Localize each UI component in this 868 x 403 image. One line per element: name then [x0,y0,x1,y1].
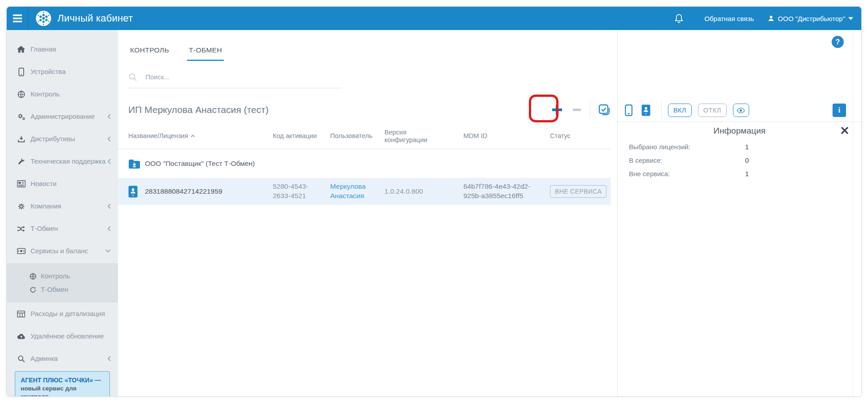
app-logo-icon [35,10,52,26]
view-button[interactable] [733,104,749,117]
info-stats: Выбрано лицензий: 1 В сервисе: 0 Вне сер… [629,143,848,183]
column-header-version[interactable]: Версия конфигурации [384,129,463,144]
help-button[interactable]: ? [832,36,844,48]
disable-button[interactable]: ОТКЛ [698,104,727,117]
sidebar-item-distributives[interactable]: Дистрибутивы [7,128,118,150]
column-header-status[interactable]: Статус [550,132,611,140]
chevron-left-icon [107,136,111,142]
sidebar-item-label: Компания [31,202,107,210]
globe-icon [17,91,26,98]
download-icon [17,135,26,143]
sidebar-item-admin[interactable]: Админка [7,347,118,370]
stat-value: 1 [745,143,749,151]
stat-label: Выбрано лицензий: [629,143,745,151]
app-title: Личный кабинет [57,13,133,24]
sidebar-item-label: Расходы и детализация [31,310,113,318]
divider [590,101,590,118]
sidebar-item-home[interactable]: Главная [7,38,118,61]
column-header-user[interactable]: Пользователь [330,132,384,140]
newspaper-icon [17,180,26,187]
column-header-label: Код активации [273,132,317,140]
column-header-mdm[interactable]: MDM ID [463,132,550,140]
chevron-left-icon [107,226,111,231]
sort-asc-icon [191,134,195,138]
sidebar-item-remote-update[interactable]: Удалённое обновление [7,325,118,347]
sidebar-item-label: Контроль [31,90,113,98]
sidebar-item-t-exchange[interactable]: Т-Обмен [7,217,118,240]
device-user-button[interactable] [641,104,650,116]
sidebar-item-label: Сервисы и баланс [31,247,105,255]
sidebar-item-news[interactable]: Новости [7,173,118,195]
column-header-activation[interactable]: Код активации [273,132,330,140]
search-icon [17,355,26,363]
column-header-name[interactable]: Название/Лицензия [128,132,273,140]
sidebar-item-expenses[interactable]: Расходы и детализация [7,303,118,325]
account-menu[interactable]: ООО "Дистрибьютор" [768,15,853,22]
header-right: Обратная связь ООО "Дистрибьютор" [674,13,861,24]
user-link[interactable]: Меркулова Анастасия [330,182,366,199]
tab-bar: КОНТРОЛЬ Т-ОБМЕН [128,46,224,61]
money-icon [17,248,26,254]
license-number: 28318880842714221959 [145,187,222,195]
sidebar-item-control[interactable]: Контроль [7,83,118,105]
stat-value: 0 [745,156,749,164]
column-header-label: Версия конфигурации [384,129,438,144]
sidebar-item-label: Устройства [31,68,113,76]
sidebar-subitem-label: Т-Обмен [41,286,113,294]
column-header-label: MDM ID [463,132,487,140]
sidebar-subitem-t-exchange[interactable]: Т-Обмен [7,283,118,296]
license-table: Название/Лицензия Код активации Пользова… [118,123,611,205]
select-all-button[interactable] [598,104,611,116]
scrollbar[interactable] [853,30,853,397]
sidebar-submenu: Контроль Т-Обмен [7,263,118,303]
notifications-button[interactable] [674,13,684,24]
table-row-license[interactable]: 28318880842714221959 5280-4543-2633-4521… [118,178,611,205]
stat-label: Вне сервиса: [629,170,745,178]
remove-license-button[interactable] [571,104,582,115]
status-badge: ВНЕ СЕРВИСА [550,185,606,198]
promo-banner-subtitle: новый сервис для контроля [21,385,104,397]
toolbar-actions [550,101,611,118]
sidebar-item-services-balance[interactable]: Сервисы и баланс [7,240,118,262]
hamburger-icon [13,14,22,22]
sidebar-item-label: Новости [31,180,113,188]
chevron-left-icon [107,204,111,209]
column-header-label: Пользователь [330,132,372,140]
phone-icon [625,104,632,116]
sidebar: Главная Устройства Контроль Администриро… [7,30,118,397]
sidebar-item-support[interactable]: Техническая поддержка [7,150,118,173]
user-icon [768,15,775,22]
sidebar-item-administration[interactable]: Администрирование [7,105,118,128]
tab-kontrol[interactable]: КОНТРОЛЬ [128,46,171,61]
cogs-icon [17,113,26,121]
table-row-folder[interactable]: ООО "Поставщик" (Тест Т-Обмен) [118,149,611,178]
info-glyph: i [838,106,840,114]
close-panel-button[interactable] [841,126,849,134]
info-button[interactable]: i [833,104,846,117]
chevron-left-icon [107,159,111,164]
device-button[interactable] [625,104,632,116]
menu-toggle-button[interactable] [7,7,28,30]
promo-banner[interactable]: АГЕНТ ПЛЮС «ТОЧКИ» — новый сервис для ко… [15,371,110,397]
search-input[interactable] [145,73,316,81]
table-icon [17,311,26,317]
refresh-icon [29,286,37,293]
globe-icon [29,273,37,280]
sidebar-item-company[interactable]: Компания [7,195,118,217]
account-name: ООО "Дистрибьютор" [778,15,845,22]
close-icon [841,126,849,134]
tab-t-obmen[interactable]: Т-ОБМЕН [187,46,224,61]
sidebar-item-devices[interactable]: Устройства [7,61,118,83]
activation-code: 5280-4543-2633-4521 [273,182,330,201]
sidebar-item-label: Удалённое обновление [31,332,113,340]
info-panel: ? ВКЛ ОТКЛ i Информация [617,30,861,397]
cloud-upload-icon [17,333,26,339]
stat-row: Вне сервиса: 1 [629,170,848,178]
add-license-button[interactable] [550,103,564,117]
table-header-row: Название/Лицензия Код активации Пользова… [118,123,611,149]
enable-button[interactable]: ВКЛ [668,104,692,117]
sidebar-subitem-control[interactable]: Контроль [7,269,118,283]
feedback-link[interactable]: Обратная связь [704,15,754,22]
wrench-icon [17,158,26,165]
check-square-icon [598,104,611,116]
